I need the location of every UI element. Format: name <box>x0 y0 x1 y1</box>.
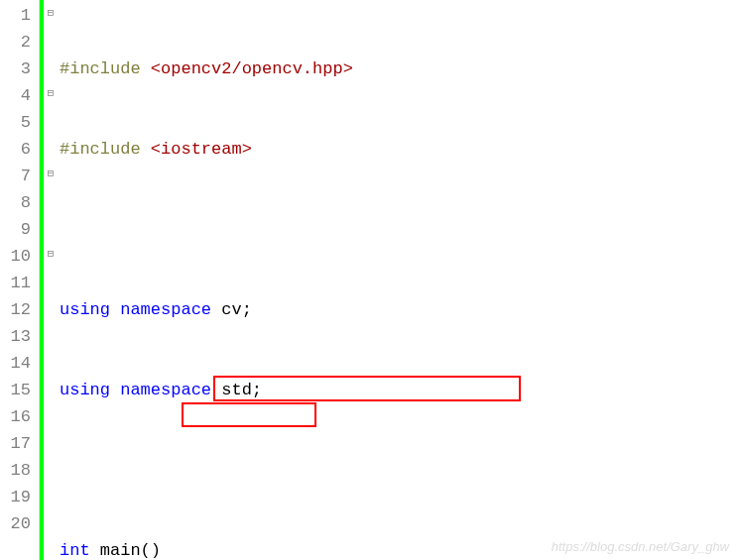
line-number[interactable]: 3 <box>0 56 31 82</box>
line-number[interactable]: 5 <box>0 109 31 136</box>
line-number[interactable]: 4 <box>0 82 31 109</box>
fold-spacer <box>44 268 58 294</box>
fold-spacer <box>44 375 58 401</box>
fold-spacer <box>44 455 58 482</box>
line-number[interactable]: 17 <box>0 430 31 457</box>
fold-spacer <box>44 348 58 375</box>
code-line[interactable]: #include <iostream> <box>60 136 743 163</box>
code-line[interactable]: #include <opencv2/opencv.hpp> <box>60 56 743 82</box>
code-line[interactable]: using namespace std; <box>60 377 743 403</box>
code-line[interactable]: using namespace cv; <box>60 296 743 323</box>
fold-toggle-icon[interactable]: ⊟ <box>44 241 58 268</box>
highlight-box <box>182 402 316 427</box>
line-number[interactable]: 1 <box>0 2 31 29</box>
code-line[interactable] <box>60 457 743 484</box>
fold-spacer <box>44 482 58 508</box>
line-number[interactable]: 20 <box>0 510 31 537</box>
fold-spacer <box>44 54 58 80</box>
text: std; <box>221 381 262 399</box>
fold-spacer <box>44 294 58 321</box>
fold-spacer <box>44 508 58 535</box>
line-number[interactable]: 6 <box>0 136 31 163</box>
code-area[interactable]: #include <opencv2/opencv.hpp> #include <… <box>58 0 743 560</box>
text: cv; <box>221 300 252 319</box>
fold-spacer <box>44 187 58 214</box>
line-number[interactable]: 15 <box>0 377 31 403</box>
keyword: using <box>60 381 120 399</box>
line-number[interactable]: 16 <box>0 403 31 430</box>
keyword: namespace <box>120 300 221 319</box>
fold-spacer <box>44 134 58 161</box>
line-number[interactable]: 10 <box>0 243 31 270</box>
fold-toggle-icon[interactable]: ⊟ <box>44 0 58 27</box>
code-line[interactable] <box>60 216 743 243</box>
fold-spacer <box>44 27 58 54</box>
preproc: #include <box>60 59 151 78</box>
keyword: int <box>60 541 100 560</box>
include-path: <opencv2/opencv.hpp> <box>151 59 353 78</box>
line-number[interactable]: 14 <box>0 350 31 377</box>
line-number[interactable]: 11 <box>0 270 31 296</box>
line-number[interactable]: 9 <box>0 216 31 243</box>
code-editor: 1 2 3 4 5 6 7 8 9 10 11 12 13 14 15 16 1… <box>0 0 743 560</box>
fold-spacer <box>44 107 58 134</box>
line-number[interactable]: 18 <box>0 457 31 484</box>
fold-column: ⊟ ⊟ ⊟ ⊟ <box>44 0 58 560</box>
keyword: using <box>60 300 120 319</box>
line-number[interactable]: 7 <box>0 163 31 189</box>
fold-spacer <box>44 428 58 455</box>
line-number-gutter: 1 2 3 4 5 6 7 8 9 10 11 12 13 14 15 16 1… <box>0 0 40 560</box>
fold-toggle-icon[interactable]: ⊟ <box>44 80 58 107</box>
fold-spacer <box>44 401 58 428</box>
line-number[interactable]: 8 <box>0 189 31 216</box>
text: main() <box>100 541 161 560</box>
preproc: #include <box>60 140 151 159</box>
include-path: <iostream> <box>151 140 252 159</box>
fold-toggle-icon[interactable]: ⊟ <box>44 161 58 187</box>
line-number[interactable]: 2 <box>0 29 31 56</box>
fold-spacer <box>44 321 58 348</box>
line-number[interactable]: 13 <box>0 323 31 350</box>
line-number[interactable]: 19 <box>0 484 31 510</box>
line-number[interactable]: 12 <box>0 296 31 323</box>
keyword: namespace <box>120 381 221 399</box>
fold-spacer <box>44 214 58 241</box>
code-line[interactable]: int main() <box>60 537 743 560</box>
